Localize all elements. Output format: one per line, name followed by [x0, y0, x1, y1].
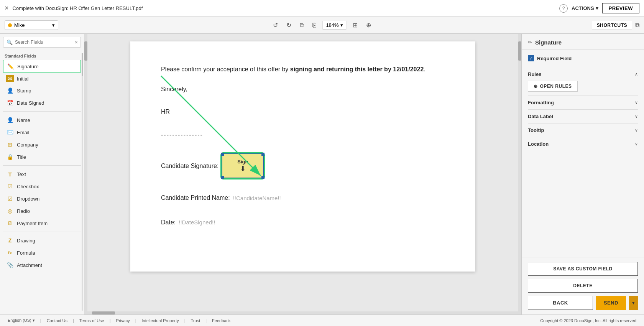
- field-item-drawing[interactable]: Z Drawing: [3, 234, 81, 247]
- divider1: [3, 111, 81, 112]
- sidebar-scrollbar-thumb: [82, 53, 83, 76]
- right-scrollbar-thumb: [518, 41, 521, 61]
- date-placeholder: !!DateSigned!!: [179, 219, 215, 226]
- field-item-company[interactable]: ⊞ Company: [3, 138, 81, 151]
- location-label: Location: [528, 141, 549, 147]
- back-button[interactable]: BACK: [528, 296, 593, 310]
- document-area[interactable]: Please confirm your acceptance of this o…: [84, 34, 521, 314]
- search-fields-container[interactable]: 🔍 ×: [3, 37, 81, 48]
- from-line: HR: [161, 107, 445, 117]
- copy-button[interactable]: ⧉: [297, 20, 306, 30]
- shortcuts-button[interactable]: SHORTCUTS: [592, 21, 632, 30]
- checkbox-label: Checkbox: [17, 184, 39, 189]
- field-item-checkbox[interactable]: ☑ Checkbox: [3, 180, 81, 193]
- sincerely-line: Sincerely,: [161, 84, 445, 94]
- para1-text: Please confirm your acceptance of this o…: [161, 66, 290, 72]
- tooltip-row[interactable]: Tooltip ∨: [528, 123, 638, 137]
- search-icon: 🔍: [7, 40, 13, 45]
- footer-language[interactable]: English (US) ▾: [8, 318, 35, 323]
- help-icon[interactable]: ?: [559, 4, 568, 13]
- required-label: Required Field: [537, 56, 572, 61]
- bottom-scrollbar: [84, 311, 521, 314]
- sidebar-scroll: Standard Fields ✏️ Signature DS Initial …: [0, 51, 84, 314]
- open-rules-button[interactable]: ⊕ OPEN RULES: [528, 81, 578, 92]
- divider3: [3, 232, 81, 232]
- multi-button[interactable]: ⊞: [350, 20, 360, 30]
- field-item-name[interactable]: 👤 Name: [3, 114, 81, 126]
- top-bar: × Complete with DocuSign: HR Offer Gen L…: [0, 0, 644, 17]
- copy2-button[interactable]: ⧉: [635, 22, 639, 29]
- search-input[interactable]: [15, 40, 72, 45]
- redo-button[interactable]: ↻: [284, 20, 294, 30]
- recipient-selector[interactable]: Mike ▾: [5, 20, 58, 30]
- date-label: Date:: [161, 217, 176, 227]
- right-panel-content: ✓ Required Field Rules ∧ ⊕ OPEN RULES Fo…: [522, 50, 644, 257]
- toolbar-right: SHORTCUTS ⧉: [592, 21, 639, 30]
- actions-button[interactable]: ACTIONS ▾: [572, 5, 598, 11]
- footer-terms[interactable]: Terms of Use: [79, 318, 104, 323]
- field-item-date-signed[interactable]: 📅 Date Signed: [3, 97, 81, 109]
- close-button[interactable]: ×: [5, 4, 9, 12]
- field-item-attachment[interactable]: 📎 Attachment: [3, 259, 81, 271]
- preview-button[interactable]: PREVIEW: [602, 3, 639, 13]
- field-item-formula[interactable]: fx Formula: [3, 247, 81, 259]
- delete-button[interactable]: DELETE: [528, 279, 638, 293]
- field-item-initial[interactable]: DS Initial: [3, 73, 81, 84]
- formatting-label: Formatting: [528, 100, 554, 105]
- field-item-title[interactable]: 🔒 Title: [3, 151, 81, 163]
- required-checkbox[interactable]: ✓: [528, 55, 534, 61]
- footer-sep3: |: [110, 318, 111, 323]
- send-dropdown-button[interactable]: ▾: [629, 296, 638, 310]
- sign-box[interactable]: Sign ⬇: [222, 153, 264, 178]
- save-custom-field-button[interactable]: SAVE AS CUSTOM FIELD: [528, 262, 638, 276]
- field-item-payment[interactable]: 🖥 Payment Item: [3, 217, 81, 229]
- footer-contact[interactable]: Contact Us: [47, 318, 67, 323]
- dropdown-icon: ☑: [6, 195, 14, 203]
- field-item-text[interactable]: T Text: [3, 168, 81, 180]
- footer-intellectual[interactable]: Intellectual Property: [142, 318, 179, 323]
- dashes-line: ---------------: [161, 130, 445, 140]
- footer-privacy[interactable]: Privacy: [116, 318, 130, 323]
- spacer4: [161, 143, 445, 150]
- location-row[interactable]: Location ∨: [528, 137, 638, 151]
- attachment-label: Attachment: [17, 262, 42, 268]
- recipient-dot: [8, 23, 12, 27]
- spacer5: [161, 182, 445, 189]
- formatting-row[interactable]: Formatting ∨: [528, 96, 638, 110]
- field-item-stamp[interactable]: 👤 Stamp: [3, 84, 81, 97]
- field-item-email[interactable]: ✉️ Email: [3, 126, 81, 138]
- paste-button[interactable]: ⎘: [310, 20, 319, 30]
- corner-br: [261, 176, 264, 179]
- actions-label: ACTIONS: [572, 5, 594, 11]
- tag-button[interactable]: ⊕: [364, 20, 373, 30]
- field-item-radio[interactable]: ◎ Radio: [3, 205, 81, 217]
- formula-icon: fx: [6, 249, 14, 257]
- date-signed-label: Date Signed: [17, 100, 44, 106]
- initial-label: Initial: [17, 76, 28, 82]
- candidate-sig-label: Candidate Signature:: [161, 161, 219, 171]
- open-rules-icon: ⊕: [534, 84, 538, 89]
- email-label: Email: [17, 130, 30, 135]
- field-item-dropdown[interactable]: ☑ Dropdown: [3, 193, 81, 205]
- zoom-level: 184%: [326, 22, 338, 28]
- undo-button[interactable]: ↺: [271, 20, 280, 30]
- search-close-icon[interactable]: ×: [75, 39, 78, 45]
- send-button[interactable]: SEND: [596, 296, 626, 310]
- name-icon: 👤: [6, 116, 14, 124]
- document-page: Please confirm your acceptance of this o…: [130, 41, 475, 272]
- spacer3: [161, 120, 445, 127]
- document-scroll-inner: Please confirm your acceptance of this o…: [84, 34, 521, 279]
- footer-trust[interactable]: Trust: [191, 318, 200, 323]
- stamp-label: Stamp: [17, 88, 31, 94]
- zoom-selector[interactable]: 184% ▾: [322, 21, 346, 30]
- rules-row[interactable]: Rules ∧: [528, 71, 638, 77]
- signature-label: Signature: [17, 64, 39, 69]
- field-item-signature[interactable]: ✏️ Signature: [3, 60, 81, 73]
- payment-icon: 🖥: [6, 219, 14, 227]
- left-scrollbar-thumb: [84, 41, 87, 61]
- data-label-row[interactable]: Data Label ∨: [528, 110, 638, 123]
- candidate-name-placeholder: !!CandidateName!!: [233, 195, 281, 201]
- sign-label: Sign: [237, 159, 248, 165]
- right-panel-header: ✏ Signature: [522, 34, 644, 50]
- footer-feedback[interactable]: Feedback: [212, 318, 230, 323]
